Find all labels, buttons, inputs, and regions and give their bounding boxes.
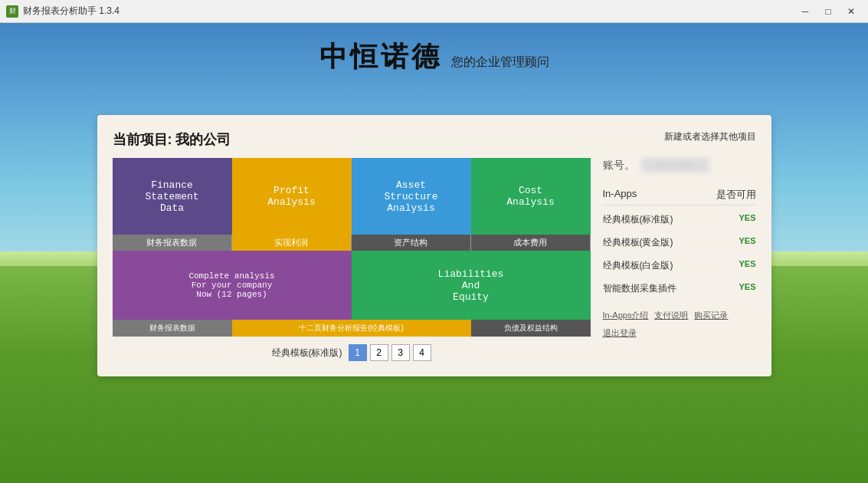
account-panel: 账号。 ●●●●● In-Apps 是否可用 经典模板(标准版) YES 经典模… — [603, 158, 756, 361]
logout-link[interactable]: 退出登录 — [603, 327, 637, 339]
top-tiles: Finance Statement Data Profit Analysis A… — [113, 158, 591, 235]
app-status-1: YES — [739, 213, 755, 226]
in-apps-header: In-Apps 是否可用 — [603, 185, 756, 205]
minimize-button[interactable]: ─ — [794, 4, 816, 19]
titlebar: 财 财务报表分析助手 1.3.4 ─ □ ✕ — [0, 0, 868, 23]
account-value: ●●●●● — [641, 158, 709, 172]
brand-subtitle: 您的企业管理顾问 — [451, 54, 549, 71]
panel-header: 当前项目: 我的公司 新建或者选择其他项目 — [113, 130, 756, 149]
in-apps-row-1: 经典模板(标准版) YES — [603, 209, 756, 232]
app-name-3: 经典模板(白金版) — [603, 259, 673, 272]
project-title: 当前项目: 我的公司 — [113, 130, 231, 149]
new-project-link[interactable]: 新建或者选择其他项目 — [664, 130, 756, 143]
app-name-1: 经典模板(标准版) — [603, 213, 673, 226]
tile-cost[interactable]: Cost Analysis — [471, 158, 591, 235]
panel-body: Finance Statement Data Profit Analysis A… — [113, 158, 756, 361]
header-available: 是否可用 — [716, 188, 756, 202]
page-2-button[interactable]: 2 — [370, 344, 388, 361]
main-panel: 当前项目: 我的公司 新建或者选择其他项目 Finance Statement … — [97, 115, 771, 376]
inapps-intro-link[interactable]: In-Apps介绍 — [603, 310, 649, 321]
maximize-button[interactable]: □ — [817, 4, 839, 19]
in-apps-table: In-Apps 是否可用 经典模板(标准版) YES 经典模板(黄金版) YES… — [603, 185, 756, 301]
payment-desc-link[interactable]: 支付说明 — [654, 310, 688, 321]
app-name-2: 经典模板(黄金版) — [603, 236, 673, 249]
titlebar-left: 财 财务报表分析助手 1.3.4 — [6, 5, 120, 18]
tile-profit[interactable]: Profit Analysis — [232, 158, 352, 235]
brand-section: 中恒诺德 您的企业管理顾问 — [319, 38, 549, 76]
header-apps: In-Apps — [603, 188, 637, 202]
account-links: In-Apps介绍 支付说明 购买记录 退出登录 — [603, 310, 756, 339]
label-finance: 财务报表数据 — [113, 235, 232, 251]
pagination-label: 经典模板(标准版) — [272, 347, 342, 360]
bottom-labels: 财务报表数据 十二页财务分析报告(经典模板) 负债及权益结构 — [113, 320, 591, 337]
in-apps-row-2: 经典模板(黄金版) YES — [603, 232, 756, 255]
tile-complete[interactable]: Complete analysis For your company Now (… — [113, 251, 352, 320]
account-label: 账号。 — [603, 159, 635, 172]
bottom-tiles: Complete analysis For your company Now (… — [113, 251, 591, 320]
row-labels: 财务报表数据 实现利润 资产结构 成本费用 — [113, 235, 591, 251]
brand-name: 中恒诺德 — [319, 38, 442, 76]
tile-asset[interactable]: Asset Structure Analysis — [352, 158, 471, 235]
label-asset: 资产结构 — [352, 235, 471, 251]
app-icon: 财 — [6, 5, 18, 18]
account-row: 账号。 ●●●●● — [603, 158, 756, 172]
grid-section: Finance Statement Data Profit Analysis A… — [113, 158, 591, 361]
tile-finance[interactable]: Finance Statement Data — [113, 158, 232, 235]
purchase-record-link[interactable]: 购买记录 — [694, 310, 728, 321]
page-4-button[interactable]: 4 — [413, 344, 431, 361]
close-button[interactable]: ✕ — [840, 4, 862, 19]
app-status-2: YES — [739, 236, 755, 249]
pagination: 经典模板(标准版) 1 2 3 4 — [113, 344, 591, 361]
label-complete-bottom: 十二页财务分析报告(经典模板) — [232, 320, 471, 337]
app-title: 财务报表分析助手 1.3.4 — [23, 5, 120, 18]
label-cost: 成本费用 — [471, 235, 591, 251]
label-finance-bottom: 财务报表数据 — [113, 320, 232, 337]
app-status-3: YES — [739, 259, 755, 272]
page-3-button[interactable]: 3 — [391, 344, 410, 361]
label-liabilities-bottom: 负债及权益结构 — [471, 320, 591, 337]
app-status-4: YES — [739, 282, 755, 295]
page-1-button[interactable]: 1 — [349, 344, 367, 361]
tile-liabilities[interactable]: Liabilities And Equity — [352, 251, 591, 320]
in-apps-row-4: 智能数据采集插件 YES — [603, 278, 756, 301]
app-name-4: 智能数据采集插件 — [603, 282, 676, 295]
window-controls: ─ □ ✕ — [794, 4, 862, 19]
in-apps-row-3: 经典模板(白金版) YES — [603, 255, 756, 278]
label-profit: 实现利润 — [232, 235, 352, 251]
